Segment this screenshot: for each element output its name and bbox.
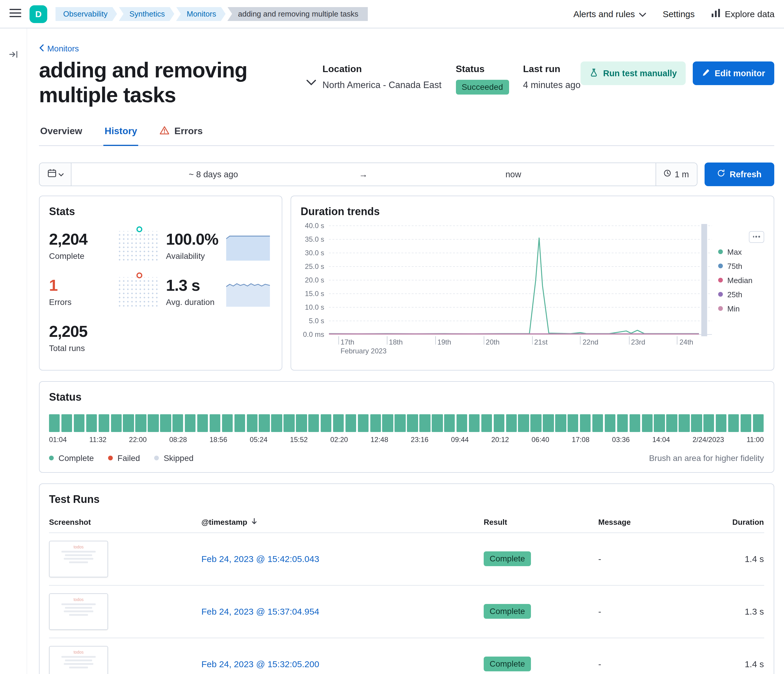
- status-bar[interactable]: [642, 414, 653, 432]
- status-bar[interactable]: [74, 414, 85, 432]
- status-bar[interactable]: [111, 414, 122, 432]
- status-bar[interactable]: [457, 414, 467, 432]
- status-bar[interactable]: [518, 414, 529, 432]
- breadcrumb-observability[interactable]: Observability: [56, 7, 117, 21]
- monitor-switcher-button[interactable]: [306, 79, 317, 87]
- status-bar[interactable]: [98, 414, 109, 432]
- back-to-monitors-link[interactable]: Monitors: [39, 44, 79, 53]
- status-bar[interactable]: [271, 414, 282, 432]
- legend-item-25th[interactable]: 25th: [718, 290, 742, 299]
- time-label: 09:44: [451, 435, 469, 444]
- status-bar[interactable]: [86, 414, 97, 432]
- status-bar[interactable]: [222, 414, 233, 432]
- status-bar[interactable]: [407, 414, 418, 432]
- status-bar[interactable]: [395, 414, 406, 432]
- quick-select-button[interactable]: [40, 163, 72, 186]
- status-bar[interactable]: [383, 414, 394, 432]
- edit-monitor-button[interactable]: Edit monitor: [693, 61, 774, 85]
- screenshot-thumbnail[interactable]: todos: [49, 541, 108, 577]
- status-bar[interactable]: [617, 414, 628, 432]
- status-bar[interactable]: [197, 414, 208, 432]
- status-bar[interactable]: [469, 414, 480, 432]
- legend-item-75th[interactable]: 75th: [718, 262, 742, 271]
- status-bar[interactable]: [629, 414, 640, 432]
- status-bar[interactable]: [234, 414, 245, 432]
- status-bar[interactable]: [666, 414, 677, 432]
- status-bar[interactable]: [283, 414, 294, 432]
- space-avatar[interactable]: D: [30, 5, 47, 23]
- status-bar[interactable]: [61, 414, 72, 432]
- status-bar[interactable]: [160, 414, 171, 432]
- status-bar[interactable]: [703, 414, 714, 432]
- status-bar[interactable]: [568, 414, 579, 432]
- explore-data-link[interactable]: Explore data: [711, 8, 775, 20]
- legend-item-max[interactable]: Max: [718, 248, 742, 256]
- status-bar[interactable]: [358, 414, 369, 432]
- status-bar[interactable]: [530, 414, 541, 432]
- tab-history[interactable]: History: [103, 126, 138, 146]
- breadcrumb-monitors[interactable]: Monitors: [176, 7, 226, 21]
- status-bar[interactable]: [210, 414, 221, 432]
- run-test-manually-button[interactable]: Run test manually: [580, 61, 686, 85]
- y-axis-label: 15.0 s: [305, 290, 324, 298]
- refresh-button[interactable]: Refresh: [704, 162, 774, 186]
- status-bar[interactable]: [493, 414, 504, 432]
- status-bar[interactable]: [506, 414, 517, 432]
- status-bar[interactable]: [135, 414, 146, 432]
- date-range-start[interactable]: ~ 8 days ago: [72, 169, 356, 179]
- screenshot-thumbnail[interactable]: todos: [49, 593, 108, 630]
- status-bar[interactable]: [321, 414, 331, 432]
- status-bar[interactable]: [740, 414, 751, 432]
- status-bar[interactable]: [185, 414, 196, 432]
- status-bar[interactable]: [678, 414, 689, 432]
- status-bar[interactable]: [345, 414, 356, 432]
- arrow-right-icon: →: [356, 169, 372, 179]
- status-bar[interactable]: [753, 414, 764, 432]
- status-bar[interactable]: [148, 414, 159, 432]
- status-bar[interactable]: [173, 414, 184, 432]
- refresh-interval-button[interactable]: 1 m: [655, 163, 697, 186]
- status-bar[interactable]: [123, 414, 134, 432]
- alerts-and-rules-menu[interactable]: Alerts and rules: [574, 9, 646, 19]
- status-bar[interactable]: [296, 414, 307, 432]
- status-bar[interactable]: [580, 414, 591, 432]
- chart-options-button[interactable]: [748, 231, 764, 243]
- legend-item-min[interactable]: Min: [718, 304, 740, 313]
- status-bar[interactable]: [247, 414, 258, 432]
- status-bar[interactable]: [593, 414, 603, 432]
- tab-overview[interactable]: Overview: [39, 126, 83, 145]
- status-bar[interactable]: [691, 414, 702, 432]
- status-bar[interactable]: [605, 414, 616, 432]
- status-bar[interactable]: [555, 414, 566, 432]
- status-bar[interactable]: [444, 414, 455, 432]
- status-bar[interactable]: [432, 414, 443, 432]
- status-bar[interactable]: [419, 414, 430, 432]
- settings-link[interactable]: Settings: [663, 9, 695, 19]
- screenshot-thumbnail[interactable]: todos: [49, 646, 108, 674]
- status-bars[interactable]: [49, 414, 764, 432]
- status-bar[interactable]: [333, 414, 344, 432]
- tab-errors[interactable]: Errors: [159, 126, 204, 145]
- column-header-timestamp[interactable]: @timestamp: [201, 518, 257, 527]
- hamburger-menu-button[interactable]: [9, 8, 21, 20]
- status-bar[interactable]: [543, 414, 554, 432]
- y-axis-label: 35.0 s: [305, 235, 324, 243]
- legend-item-median[interactable]: Median: [718, 276, 752, 285]
- status-bar[interactable]: [370, 414, 381, 432]
- status-bar[interactable]: [728, 414, 739, 432]
- duration-trends-chart[interactable]: [329, 224, 712, 336]
- breadcrumb-synthetics[interactable]: Synthetics: [119, 7, 174, 21]
- status-bar[interactable]: [308, 414, 319, 432]
- test-run-timestamp-link[interactable]: Feb 24, 2023 @ 15:42:05.043: [201, 554, 319, 564]
- status-bar[interactable]: [654, 414, 665, 432]
- test-run-timestamp-link[interactable]: Feb 24, 2023 @ 15:32:05.200: [201, 659, 319, 669]
- stat-complete-label: Complete: [49, 251, 110, 261]
- status-bar[interactable]: [259, 414, 270, 432]
- stat-total-runs-value: 2,205: [49, 323, 110, 341]
- expand-sidebar-button[interactable]: [9, 50, 18, 61]
- status-bar[interactable]: [716, 414, 727, 432]
- date-range-end[interactable]: now: [372, 169, 656, 179]
- test-run-timestamp-link[interactable]: Feb 24, 2023 @ 15:37:04.954: [201, 607, 319, 617]
- status-bar[interactable]: [481, 414, 492, 432]
- status-bar[interactable]: [49, 414, 60, 432]
